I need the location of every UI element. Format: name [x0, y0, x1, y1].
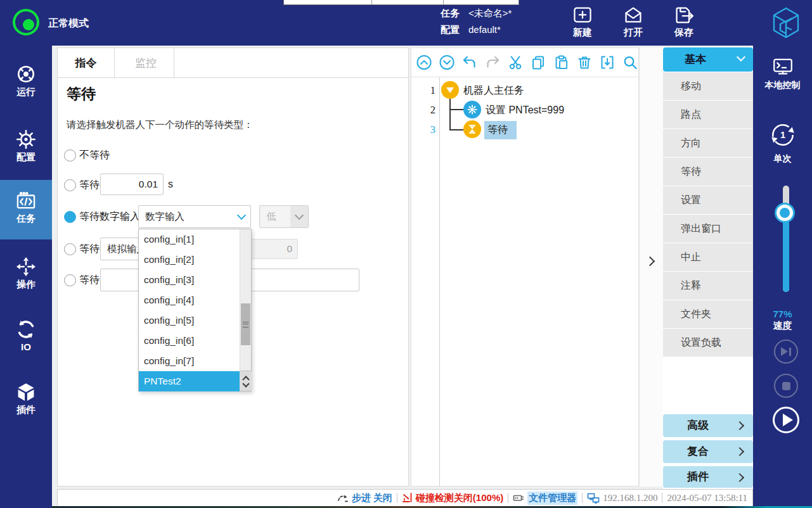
- undo-icon[interactable]: [461, 54, 478, 71]
- radio-wait-analog[interactable]: [64, 243, 76, 255]
- chevron-right-icon: [735, 447, 744, 456]
- play-button[interactable]: [773, 407, 799, 433]
- stop-icon: [782, 382, 790, 390]
- sidebar-item-operate[interactable]: 操作: [0, 250, 52, 303]
- sidebar-item-task[interactable]: 任务: [0, 180, 52, 239]
- category-advanced-button[interactable]: 高级: [663, 414, 753, 437]
- copy-icon[interactable]: [530, 54, 546, 71]
- insert-replace-icon[interactable]: [599, 54, 615, 71]
- sidebar-item-plugin[interactable]: 插件: [0, 375, 52, 428]
- category-item-popup[interactable]: 弹出窗口: [663, 215, 753, 243]
- move-up-icon[interactable]: [416, 54, 432, 71]
- dropdown-option[interactable]: config_in[5]: [139, 310, 240, 331]
- wait-node-icon[interactable]: [463, 120, 481, 138]
- step-mode-status[interactable]: 步进 关闭: [337, 492, 392, 504]
- tab-command[interactable]: 指令: [58, 48, 115, 78]
- sidebar-item-config[interactable]: 配置: [0, 122, 52, 175]
- digital-input-select[interactable]: 数字输入: [138, 205, 251, 228]
- mode-label: 正常模式: [48, 17, 89, 30]
- sidebar-item-run[interactable]: 运行: [0, 57, 52, 110]
- chevron-down-icon: [737, 53, 745, 61]
- category-plugin-label: 插件: [687, 471, 709, 483]
- category-plugin-button[interactable]: 插件: [663, 466, 753, 488]
- speed-slider-thumb[interactable]: [777, 205, 793, 221]
- new-icon: [572, 5, 593, 25]
- status-divider: [582, 493, 583, 503]
- panel-collapse-handle[interactable]: [639, 48, 663, 486]
- top-bar: 正常模式 任务<未命名>* 配置default* 新建 打开: [0, 0, 812, 46]
- category-item-wait[interactable]: 等待: [663, 158, 753, 186]
- local-control-label: 本地控制: [753, 80, 812, 91]
- network-status: 192.168.1.200: [587, 493, 657, 504]
- search-icon[interactable]: [622, 54, 638, 71]
- dropdown-option[interactable]: config_in[3]: [139, 270, 240, 290]
- category-item-direction[interactable]: 方向: [663, 129, 753, 157]
- right-control-sidebar: 本地控制 1 单次 77% 速度: [753, 46, 812, 508]
- speed-slider-track[interactable]: [783, 186, 789, 292]
- tree-row-set[interactable]: 设置 PNTest=999: [486, 104, 564, 117]
- radio-no-wait[interactable]: [64, 149, 76, 162]
- analog-threshold-input[interactable]: 0: [245, 239, 298, 259]
- dropdown-option[interactable]: config_in[2]: [139, 250, 240, 270]
- instruction-category-panel: 基本 移动 路点 方向 等待 设置 弹出窗口 中止 注释 文件夹 设置负载 高级…: [663, 48, 753, 489]
- stop-button[interactable]: [774, 374, 798, 398]
- paste-icon[interactable]: [553, 54, 570, 71]
- mode-indicator-icon: [13, 9, 39, 35]
- open-button[interactable]: 打开: [613, 5, 654, 39]
- save-button[interactable]: 保存: [664, 5, 704, 39]
- new-button[interactable]: 新建: [562, 5, 603, 39]
- category-item-folder[interactable]: 文件夹: [663, 300, 753, 328]
- datetime: 2024-05-07 13:58:11: [667, 493, 747, 504]
- category-item-abort[interactable]: 中止: [663, 243, 753, 271]
- dropdown-scrollbar[interactable]: [240, 229, 251, 391]
- move-down-icon[interactable]: [439, 54, 455, 71]
- set-node-icon[interactable]: [463, 101, 481, 118]
- digital-input-select-value: 数字输入: [145, 210, 184, 224]
- category-item-waypoint[interactable]: 路点: [663, 101, 753, 129]
- category-composite-button[interactable]: 复合: [663, 440, 753, 463]
- collision-status[interactable]: 碰撞检测关闭(100%): [402, 492, 503, 504]
- digital-input-dropdown: config_in[1] config_in[2] config_in[3] c…: [138, 229, 252, 391]
- delete-icon[interactable]: [576, 54, 593, 71]
- scrollbar-arrows[interactable]: [240, 371, 252, 391]
- wait-seconds-input[interactable]: 0.01: [100, 174, 164, 195]
- skip-to-end-button[interactable]: [774, 340, 798, 364]
- category-item-move[interactable]: 移动: [663, 72, 753, 100]
- chevron-right-icon: [735, 421, 744, 430]
- gear-icon: [467, 105, 477, 115]
- scroll-down-icon[interactable]: [242, 380, 249, 387]
- category-item-comment[interactable]: 注释: [663, 272, 753, 300]
- tree-node-expand-icon[interactable]: [441, 81, 459, 99]
- dropdown-option[interactable]: config_in[4]: [139, 290, 240, 310]
- radio-wait-digital[interactable]: [64, 211, 76, 223]
- dropdown-option[interactable]: config_in[7]: [139, 351, 240, 371]
- category-item-set[interactable]: 设置: [663, 186, 753, 214]
- file-manager-text: 文件管理器: [527, 492, 577, 505]
- radio-wait-digital-label: 等待数字输入: [79, 210, 140, 224]
- terminal-icon: [771, 57, 794, 76]
- sidebar-item-io[interactable]: IO: [0, 312, 52, 365]
- radio-wait-seconds-label: 等待: [79, 179, 100, 192]
- dropdown-option[interactable]: config_in[1]: [139, 229, 240, 250]
- scrollbar-thumb[interactable]: [241, 303, 250, 345]
- category-item-payload[interactable]: 设置负载: [663, 329, 753, 357]
- dropdown-option-selected[interactable]: PNTest2: [139, 371, 240, 391]
- local-control-button[interactable]: 本地控制: [753, 57, 812, 91]
- level-select[interactable]: 低: [259, 205, 309, 228]
- cut-icon[interactable]: [507, 54, 524, 71]
- single-cycle-button[interactable]: 1 单次: [753, 120, 812, 165]
- radio-wait-seconds[interactable]: [64, 179, 76, 191]
- config-value: default*: [468, 24, 501, 35]
- tree-row-wait-selected[interactable]: 等待: [484, 121, 517, 139]
- redo-icon[interactable]: [484, 54, 501, 71]
- dropdown-option[interactable]: config_in[6]: [139, 331, 240, 351]
- category-header-basic[interactable]: 基本: [663, 48, 753, 72]
- network-icon: [587, 493, 600, 504]
- tree-connector-vertical: [449, 99, 451, 130]
- tab-monitor[interactable]: 监控: [117, 48, 174, 78]
- chevron-down-icon: [290, 206, 308, 227]
- file-manager-button[interactable]: 文件管理器: [513, 492, 577, 505]
- tree-row-root[interactable]: 机器人主任务: [463, 84, 524, 98]
- radio-wait-expression[interactable]: [64, 274, 76, 286]
- radio-wait-expression-label: 等待: [79, 274, 100, 287]
